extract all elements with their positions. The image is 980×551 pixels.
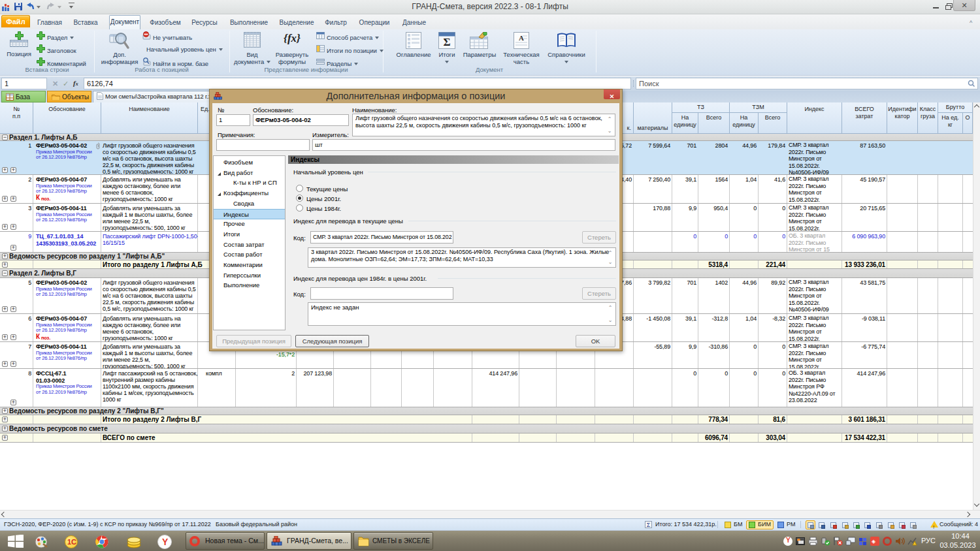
- svg-text:Σ: Σ: [443, 36, 450, 48]
- svg-text:A: A: [519, 34, 524, 42]
